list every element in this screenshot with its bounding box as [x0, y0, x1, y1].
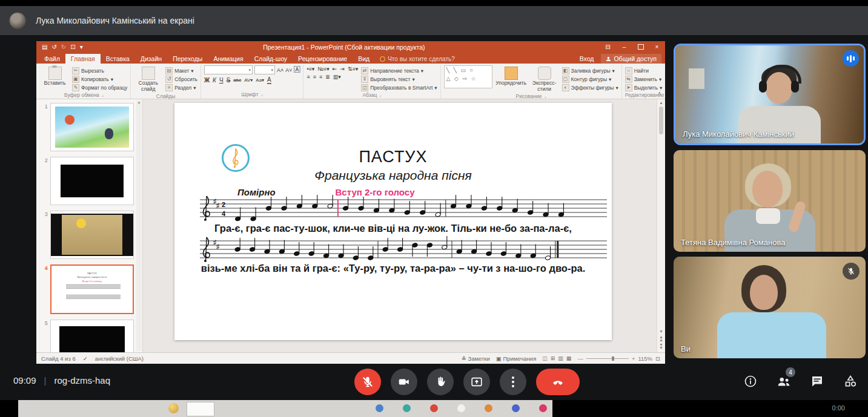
participant-tile-luka[interactable]: Лука Миколайович Камінський — [674, 44, 866, 145]
taskbar-icon[interactable] — [512, 404, 520, 412]
indent-decrease-icon[interactable]: ⇤ — [333, 66, 337, 72]
grow-font-icon[interactable]: A˄ — [277, 67, 283, 73]
meeting-details-button[interactable] — [743, 373, 758, 389]
dialog-launcher-icon[interactable]: ⌟ — [379, 93, 381, 97]
share-button[interactable]: Общий доступ — [601, 54, 661, 64]
cut-button[interactable]: ✂Вырезать — [72, 67, 127, 74]
tab-вставка[interactable]: Вставка — [101, 54, 135, 64]
slide-thumbnail-3[interactable]: 3 — [40, 211, 134, 259]
more-options-button[interactable] — [500, 369, 526, 395]
indent-increase-icon[interactable]: ⇥ — [340, 66, 345, 72]
spellcheck-icon[interactable]: ✓ — [83, 355, 88, 362]
section-button[interactable]: ≡Раздел ▾ — [165, 84, 197, 91]
bold-icon[interactable]: Ж — [204, 77, 210, 84]
tab-анимация[interactable]: Анимация — [208, 54, 248, 64]
format-painter-button[interactable]: ✎Формат по образцу — [72, 84, 127, 91]
shapes-gallery[interactable]: ╲ ╲ ▭ ○△ ◇ ⇨ ☆ — [444, 65, 492, 88]
taskbar-avatar-icon[interactable] — [168, 403, 179, 413]
next-slide-icon[interactable]: ▼▼ — [659, 343, 663, 349]
participant-tile-tetiana[interactable]: Тетяна Вадимівна Романова — [674, 150, 866, 252]
thumbnail-scrollbar[interactable]: ▲ — [136, 100, 142, 351]
char-spacing-icon[interactable]: AV▾ — [244, 77, 253, 83]
arrange-button[interactable]: Упорядочить — [495, 65, 527, 87]
justify-icon[interactable]: ≣ — [325, 74, 330, 80]
font-size-combo[interactable]: ▾ — [254, 65, 275, 74]
camera-toggle-button[interactable] — [391, 369, 417, 395]
fit-to-window-icon[interactable]: ⊡ — [655, 355, 660, 362]
slide-preview[interactable]: ПАСТУХФранцузька народна пісняВступ 2-го… — [50, 264, 134, 314]
signin-link[interactable]: Вход — [580, 55, 594, 62]
smartart-button[interactable]: ◫Преобразовать в SmartArt ▾ — [361, 84, 437, 91]
save-icon[interactable]: ▤ — [42, 41, 47, 53]
taskbar-icon[interactable] — [485, 404, 492, 412]
notes-button[interactable]: ≜ Заметки — [462, 355, 490, 362]
shadow-icon[interactable]: abc — [233, 77, 241, 83]
comments-button[interactable]: ▣ Примечания — [496, 355, 536, 362]
tellme-box[interactable]: Что вы хотите сделать? — [375, 54, 460, 64]
quick-styles-button[interactable]: Экспресс-стили — [530, 65, 559, 93]
taskbar-icon[interactable] — [403, 404, 411, 412]
shape-fill-button[interactable]: ◧Заливка фигуры ▾ — [562, 67, 618, 74]
taskbar-icon[interactable] — [376, 404, 383, 412]
taskbar-icon[interactable] — [430, 404, 438, 412]
slideshow-view-icon[interactable]: ▦ — [566, 355, 572, 361]
slide-sorter-view-icon[interactable]: ⊞ — [551, 355, 555, 361]
slide-preview[interactable] — [50, 157, 134, 205]
tab-вид[interactable]: Вид — [353, 54, 375, 64]
taskbar-icon[interactable] — [539, 404, 547, 412]
underline-icon[interactable]: Ч — [219, 77, 224, 84]
minimize-icon[interactable]: – — [616, 41, 632, 53]
reset-button[interactable]: ↺Сбросить — [165, 75, 197, 83]
new-slide-button[interactable]: Создать слайд — [134, 65, 162, 93]
reading-view-icon[interactable]: ▥ — [558, 355, 563, 361]
scroll-down-icon[interactable]: ▼ — [659, 329, 663, 333]
slide-thumbnail-5[interactable]: 5 — [40, 320, 134, 352]
align-center-icon[interactable]: ≡ — [313, 74, 316, 80]
scrollbar-thumb[interactable] — [659, 107, 663, 134]
shrink-font-icon[interactable]: A˅ — [285, 67, 292, 73]
redo-icon[interactable]: ↻ — [61, 41, 66, 53]
restore-icon[interactable] — [632, 41, 649, 53]
collapse-ribbon-icon[interactable]: ∧ — [657, 90, 661, 96]
slideshow-start-icon[interactable]: ⊡ — [70, 41, 75, 53]
tab-переходы[interactable]: Переходы — [167, 54, 208, 64]
dialog-launcher-icon[interactable]: ⌟ — [261, 92, 263, 97]
dialog-launcher-icon[interactable]: ⌟ — [102, 93, 104, 97]
strikethrough-icon[interactable]: S — [227, 77, 231, 84]
text-direction-button[interactable]: ⇄Направление текста ▾ — [361, 67, 437, 74]
slide-thumbnail-4[interactable]: 4ПАСТУХФранцузька народна пісняВступ 2-г… — [40, 264, 134, 314]
current-slide[interactable]: ПАСТУХ Французька народна пісня Помірно … — [174, 103, 612, 340]
previous-slide-icon[interactable]: ▲▲ — [659, 335, 663, 341]
slide-thumbnail-1[interactable]: 1 — [40, 103, 134, 151]
chat-button[interactable] — [809, 373, 825, 389]
shape-outline-button[interactable]: ▢Контур фигуры ▾ — [562, 75, 618, 83]
copy-button[interactable]: ▣Копировать ▾ — [72, 75, 127, 83]
zoom-in-icon[interactable]: + — [632, 355, 635, 362]
activities-button[interactable] — [843, 373, 858, 389]
dialog-launcher-icon[interactable]: ⌟ — [544, 94, 546, 99]
present-screen-button[interactable] — [463, 369, 490, 395]
canvas-scrollbar[interactable]: ▲ ▼ ▲▲ ▼▼ — [657, 99, 665, 352]
bullets-icon[interactable]: •≡▾ — [306, 66, 314, 72]
slide-preview[interactable] — [50, 320, 134, 352]
tab-файл[interactable]: Файл — [39, 54, 65, 64]
tab-рецензирование[interactable]: Рецензирование — [293, 54, 353, 64]
select-button[interactable]: ➤Выделить ▾ — [625, 84, 663, 91]
zoom-out-icon[interactable]: — — [577, 355, 583, 362]
end-call-button[interactable] — [536, 369, 580, 395]
language-indicator[interactable]: английский (США) — [95, 355, 144, 362]
normal-view-icon[interactable]: ◫ — [542, 355, 548, 361]
paste-button[interactable]: Вставить — [41, 65, 69, 87]
line-spacing-icon[interactable]: ⇅≡▾ — [348, 66, 358, 72]
customize-qat-icon[interactable]: ▾ — [80, 41, 83, 53]
find-button[interactable]: ○Найти — [625, 67, 663, 74]
numbering-icon[interactable]: №≡▾ — [317, 66, 329, 72]
close-icon[interactable]: × — [649, 41, 665, 53]
mic-toggle-button[interactable] — [354, 369, 381, 395]
ribbon-display-options-icon[interactable]: ⊟ — [600, 41, 616, 53]
slide-thumbnail-2[interactable]: 2 — [40, 157, 134, 205]
clear-format-icon[interactable]: 🄰 — [294, 67, 300, 73]
tab-главная[interactable]: Главная — [65, 54, 101, 64]
font-name-combo[interactable]: ▾ — [204, 65, 253, 74]
tab-слайд-шоу[interactable]: Слайд-шоу — [249, 54, 293, 64]
